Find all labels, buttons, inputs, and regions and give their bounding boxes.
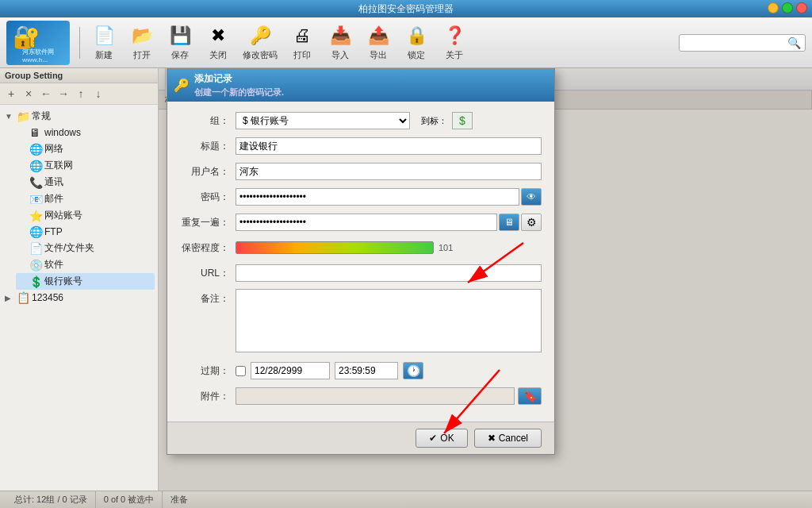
close-toolbar-icon: ✖ [205,25,231,48]
open-icon: 📂 [129,25,155,48]
import-button[interactable]: 📥 导入 [323,22,358,64]
dialog-footer: ✔ OK ✖ Cancel [167,421,554,454]
print-icon: 🖨 [289,25,315,48]
search-input[interactable] [684,37,787,48]
sidebar-down-button[interactable]: ↓ [90,86,106,102]
search-box[interactable]: 🔍 [679,34,806,52]
expiry-clock-button[interactable]: 🕐 [403,362,423,379]
maximize-button[interactable] [782,2,793,13]
url-input[interactable] [236,264,542,282]
group-label: 组： [180,114,236,128]
icon-label: 到标： [421,115,447,127]
repeat-row: 重复一遍： 🖥 ⚙ [180,213,542,232]
save-button[interactable]: 💾 保存 [163,22,197,64]
username-input[interactable] [236,163,542,180]
repeat-input[interactable] [236,214,497,231]
status-total: 总计: 12组 / 0 记录 [6,491,96,508]
cancel-x-icon: ✖ [488,433,496,444]
lock-button[interactable]: 🔒 锁定 [399,22,434,64]
sidebar-remove-button[interactable]: × [21,86,36,102]
new-button[interactable]: 📄 新建 [86,22,121,64]
minimize-button[interactable] [768,2,779,13]
title-input[interactable] [236,137,542,155]
sidebar-add-button[interactable]: + [3,86,19,102]
strength-value: 101 [439,243,453,252]
group-icon-preview: $ [452,112,473,129]
tree-label-general: 常规 [32,110,51,123]
change-password-icon: 🔑 [247,25,273,48]
tree-item-website[interactable]: ⭐ 网站账号 [16,207,155,224]
repeat-label: 重复一遍： [180,216,236,229]
dialog-body: 组： $ 银行账号 到标： $ 标题： [167,102,554,421]
ok-button[interactable]: ✔ OK [416,429,467,448]
tree-item-ftp[interactable]: 🌐 FTP [16,224,155,240]
app-logo: 🔐 河东软件网www.h... [6,21,70,65]
new-label: 新建 [95,49,113,61]
status-selected: 0 of 0 被选中 [96,491,163,508]
sidebar-up-button[interactable]: ↑ [73,86,89,102]
close-toolbar-button[interactable]: ✖ 关闭 [201,22,236,64]
dialog-title: 添加记录 [194,72,284,86]
username-label: 用户名： [180,165,236,179]
folder-icon: 📁 [17,110,29,123]
group-tree: ▼ 📁 常规 🖥 windows 🌐 网络 🌐 互联网 [0,105,158,491]
sidebar-right-button[interactable]: → [56,86,71,102]
password-options-button[interactable]: ⚙ [521,214,542,231]
titlebar-buttons [768,2,807,13]
group-row: 组： $ 银行账号 到标： $ [180,111,542,130]
tree-item-email[interactable]: 📧 邮件 [16,190,155,207]
lock-icon: 🔒 [404,25,429,48]
statusbar: 总计: 12组 / 0 记录 0 of 0 被选中 准备 [0,491,812,508]
tree-item-internet[interactable]: 🌐 互联网 [16,157,155,174]
expiry-checkbox[interactable] [236,366,246,376]
change-password-label: 修改密码 [243,49,278,61]
export-button[interactable]: 📤 导出 [361,22,396,64]
title-row: 标题： [180,137,542,156]
about-button[interactable]: ❓ 关于 [437,22,472,64]
add-record-dialog: 🔑 添加记录 创建一个新的密码记录. 组： $ 银行账号 [167,68,555,455]
main-area: Group Setting + × ← → ↑ ↓ ▼ 📁 常规 🖥 windo… [0,68,812,491]
tree-item-software[interactable]: 💿 软件 [16,256,155,273]
ok-label: OK [440,433,454,444]
expiry-row: 过期： 🕐 [180,361,542,380]
generate-password-button[interactable]: 🖥 [499,214,519,231]
username-row: 用户名： [180,162,542,181]
cancel-button[interactable]: ✖ Cancel [474,429,542,448]
save-icon: 💾 [167,25,193,48]
attach-browse-button[interactable]: 🔖 [518,387,542,405]
titlebar-title: 柏拉图安全密码管理器 [358,2,454,16]
import-label: 导入 [331,49,349,61]
export-icon: 📤 [366,25,391,48]
group-select[interactable]: $ 银行账号 [236,112,410,129]
expiry-time-input[interactable] [335,362,398,379]
lock-label: 锁定 [408,49,425,61]
tree-item-comm[interactable]: 📞 通讯 [16,174,155,190]
tree-item-root[interactable]: ▼ 📁 常规 [3,108,155,125]
about-icon: ❓ [442,25,467,48]
close-toolbar-label: 关闭 [209,49,227,61]
expiry-label: 过期： [180,364,236,378]
show-password-button[interactable]: 👁 [521,188,542,206]
tree-item-network[interactable]: 🌐 网络 [16,140,155,157]
tree-item-windows[interactable]: 🖥 windows [16,125,155,140]
tree-item-files[interactable]: 📄 文件/文件夹 [16,240,155,256]
open-button[interactable]: 📂 打开 [124,22,159,64]
tree-item-bank[interactable]: 💲 银行账号 [16,273,155,290]
tree-item-123456[interactable]: ▶ 📋 123456 [3,290,155,306]
close-button[interactable] [796,2,807,13]
print-button[interactable]: 🖨 打印 [285,22,320,64]
sidebar-left-button[interactable]: ← [38,86,54,102]
sidebar-toolbar: + × ← → ↑ ↓ [0,83,158,105]
dialog-overlay: 🔑 添加记录 创建一个新的密码记录. 组： $ 银行账号 [159,68,812,491]
password-input[interactable] [236,188,519,206]
strength-bar [236,241,434,254]
about-label: 关于 [446,49,463,61]
attach-input[interactable] [236,387,515,405]
password-label: 密码： [180,190,236,204]
sidebar-header: Group Setting [0,68,158,83]
notes-textarea[interactable] [236,289,542,352]
status-ready: 准备 [163,491,196,508]
change-password-button[interactable]: 🔑 修改密码 [239,22,282,64]
toggle-icon[interactable]: ▼ [5,112,14,121]
expiry-date-input[interactable] [251,362,330,379]
